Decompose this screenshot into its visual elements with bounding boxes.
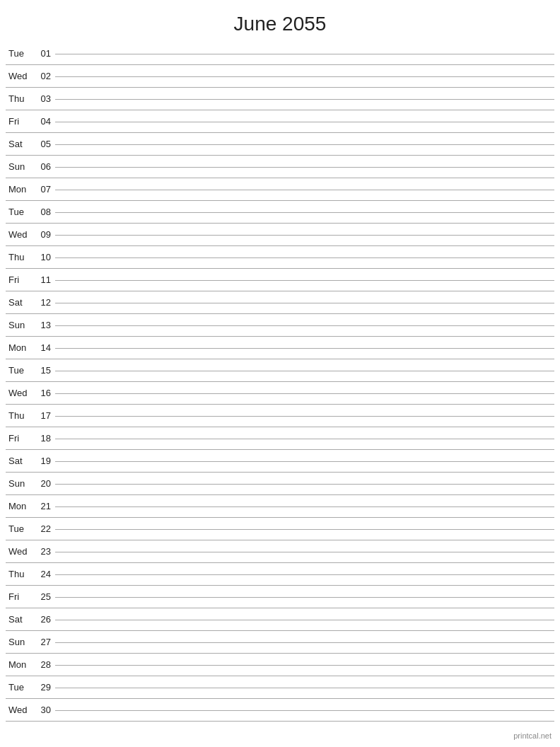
day-line [55,54,554,54]
day-line [55,99,554,100]
day-name: Fri [6,116,35,127]
day-line [55,529,554,530]
day-row: Thu10 [6,246,554,269]
day-number: 13 [35,320,55,330]
day-number: 23 [35,546,55,557]
day-row: Tue29 [6,676,554,699]
day-line [55,212,554,213]
day-row: Sat05 [6,133,554,156]
day-name: Mon [6,501,35,511]
day-name: Tue [6,523,35,534]
day-number: 19 [35,456,55,466]
day-row: Thu03 [6,88,554,110]
day-number: 15 [35,365,55,376]
day-line [55,461,554,462]
day-number: 25 [35,591,55,602]
day-name: Wed [6,388,35,398]
day-row: Sat12 [6,291,554,314]
day-name: Sat [6,139,35,149]
day-line [55,190,554,190]
day-line [55,144,554,145]
day-line [55,416,554,417]
day-line [55,710,554,711]
day-number: 11 [35,274,55,285]
day-name: Thu [6,410,35,421]
day-number: 29 [35,682,55,693]
day-row: Sun06 [6,156,554,178]
day-line [55,439,554,439]
day-line [55,506,554,507]
day-number: 17 [35,410,55,421]
day-number: 22 [35,523,55,534]
day-row: Fri11 [6,269,554,291]
day-name: Fri [6,591,35,602]
day-line [55,303,554,303]
day-name: Sat [6,297,35,308]
day-name: Wed [6,705,35,715]
day-name: Sat [6,614,35,625]
day-row: Sun13 [6,314,554,337]
day-row: Mon21 [6,495,554,518]
watermark: printcal.net [513,731,552,740]
day-line [55,552,554,552]
day-number: 03 [35,93,55,104]
day-name: Fri [6,274,35,285]
day-row: Thu24 [6,563,554,586]
day-number: 08 [35,207,55,217]
day-line [55,393,554,394]
day-name: Mon [6,342,35,353]
day-row: Sat19 [6,450,554,473]
day-name: Wed [6,71,35,81]
day-row: Sun27 [6,631,554,654]
day-number: 04 [35,116,55,127]
day-number: 16 [35,388,55,398]
day-line [55,76,554,77]
day-number: 02 [35,71,55,81]
day-number: 09 [35,229,55,240]
day-line [55,597,554,598]
day-row: Fri04 [6,110,554,133]
day-name: Thu [6,569,35,579]
day-number: 06 [35,161,55,172]
day-row: Tue22 [6,518,554,540]
day-name: Sun [6,320,35,330]
day-line [55,371,554,371]
day-number: 18 [35,433,55,444]
day-name: Tue [6,207,35,217]
day-number: 24 [35,569,55,579]
day-name: Sun [6,478,35,489]
day-name: Tue [6,682,35,693]
day-row: Wed30 [6,699,554,722]
day-row: Tue08 [6,201,554,224]
day-number: 07 [35,184,55,195]
day-line [55,167,554,168]
day-line [55,688,554,688]
day-number: 27 [35,637,55,647]
day-name: Mon [6,184,35,195]
day-number: 30 [35,705,55,715]
day-name: Sat [6,456,35,466]
day-number: 20 [35,478,55,489]
day-row: Mon14 [6,337,554,359]
calendar-grid: Tue01Wed02Thu03Fri04Sat05Sun06Mon07Tue08… [0,42,560,722]
day-number: 28 [35,659,55,670]
day-row: Fri25 [6,586,554,608]
day-row: Thu17 [6,405,554,427]
day-name: Sun [6,637,35,647]
day-row: Wed09 [6,224,554,246]
day-row: Tue01 [6,42,554,65]
day-name: Tue [6,48,35,59]
day-line [55,257,554,258]
day-line [55,348,554,349]
day-line [55,280,554,281]
day-line [55,665,554,666]
day-number: 12 [35,297,55,308]
day-name: Tue [6,365,35,376]
day-line [55,484,554,485]
day-row: Mon28 [6,654,554,676]
day-name: Thu [6,93,35,104]
day-number: 10 [35,252,55,262]
day-name: Thu [6,252,35,262]
day-row: Tue15 [6,359,554,382]
day-row: Wed02 [6,65,554,88]
